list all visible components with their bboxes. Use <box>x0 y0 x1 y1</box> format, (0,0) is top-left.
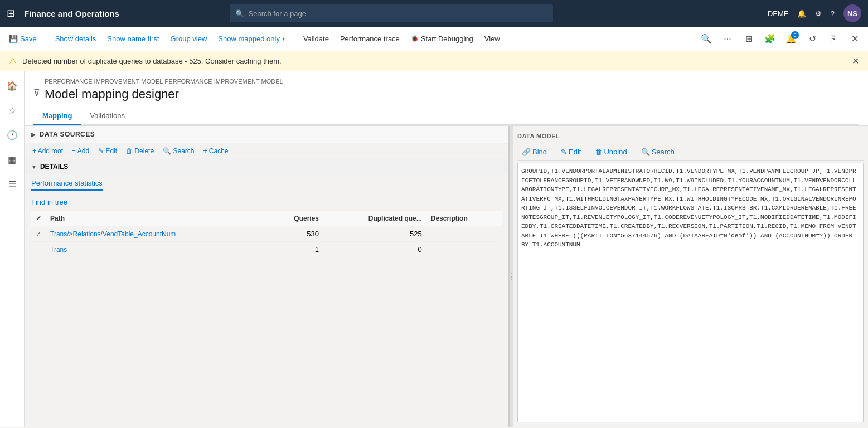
row-duplicated-1: 525 <box>323 226 426 242</box>
cache-button[interactable]: + Cache <box>200 145 231 157</box>
details-header: ▼ DETAILS <box>25 159 508 174</box>
extension-icon[interactable]: 🧩 <box>761 30 779 48</box>
close-icon[interactable]: ✕ <box>846 30 864 48</box>
group-view-button[interactable]: Group view <box>166 32 212 45</box>
search-bar[interactable]: 🔍 <box>230 4 553 22</box>
find-in-tree-link[interactable]: Find in tree <box>31 198 67 206</box>
dm-separator-1 <box>554 147 554 158</box>
performance-table: ✓ Path Queries Duplicated que... Descrip… <box>31 211 502 257</box>
sidebar-clock-icon[interactable]: 🕐 <box>2 125 22 145</box>
toolbar: 💾 Save Show details Show name first Grou… <box>0 27 868 51</box>
tab-validations[interactable]: Validations <box>81 107 134 125</box>
find-in-tree-section: Find in tree <box>25 193 508 211</box>
toolbar-right-icons: 🔍 ··· ⊞ 🧩 🔔 0 ↺ ⎘ ✕ <box>697 30 864 48</box>
notification-icon[interactable]: 🔔 <box>797 9 806 18</box>
filter-icon[interactable]: ⊽ <box>33 87 40 98</box>
open-new-icon[interactable]: ⎘ <box>825 30 842 48</box>
start-debugging-button[interactable]: 🐞 Start Debugging <box>406 32 478 45</box>
main-layout: 🏠 ☆ 🕐 ▦ ☰ ⊽ PERFORMANCE IMPROVEMENT MODE… <box>0 71 868 427</box>
show-mapped-only-button[interactable]: Show mapped only ▾ <box>214 32 289 45</box>
unbind-icon: 🗑 <box>595 148 602 156</box>
warning-text: Detected number of duplicate queries to … <box>22 57 282 65</box>
left-pane: ▶ DATA SOURCES + Add root + Add ✎ Edit <box>25 126 510 427</box>
row-path-2: Trans <box>46 242 268 257</box>
sidebar-home-icon[interactable]: 🏠 <box>2 76 22 96</box>
delete-ds-button[interactable]: 🗑 Delete <box>123 145 157 157</box>
col-description: Description <box>426 211 502 226</box>
details-collapse-icon[interactable]: ▼ <box>31 164 37 170</box>
debug-icon: 🐞 <box>411 35 419 42</box>
dm-separator-2 <box>588 147 588 158</box>
refresh-icon[interactable]: ↺ <box>803 30 821 48</box>
app-title: Finance and Operations <box>24 9 119 18</box>
warning-icon: ⚠ <box>9 56 17 66</box>
show-name-first-button[interactable]: Show name first <box>103 32 163 45</box>
col-path: Path <box>46 211 268 226</box>
sql-content-box[interactable]: GROUPID,T1.VENDORPORTALADMINISTRATORRECI… <box>517 163 864 422</box>
table-row: ✓ Trans/>Relations/VendTable_AccountNum … <box>31 226 502 242</box>
row-queries-2: 1 <box>268 242 323 257</box>
row-desc-2 <box>426 242 502 257</box>
edit-ds-button[interactable]: ✎ Edit <box>95 145 120 157</box>
grid-icon[interactable]: ⊞ <box>7 7 15 20</box>
row-path: Trans/>Relations/VendTable_AccountNum <box>46 226 268 242</box>
table-container: ✓ Path Queries Duplicated que... Descrip… <box>25 211 508 257</box>
help-icon[interactable]: ? <box>831 9 835 18</box>
badge-count: 0 <box>791 31 799 39</box>
path-link-1[interactable]: Trans/>Relations/VendTable_AccountNum <box>50 230 176 238</box>
search-input[interactable] <box>249 9 547 18</box>
search-dm-button[interactable]: 🔍 Search <box>637 146 679 158</box>
add-button[interactable]: + Add <box>69 145 93 157</box>
page-header: ⊽ PERFORMANCE IMPROVEMENT MODEL PERFORMA… <box>25 71 868 126</box>
settings-icon[interactable]: ⚙ <box>815 9 822 18</box>
sidebar-list-icon[interactable]: ☰ <box>2 174 22 194</box>
chevron-down-icon: ▾ <box>282 36 285 42</box>
show-details-button[interactable]: Show details <box>51 32 101 45</box>
data-model-toolbar: 🔗 Bind ✎ Edit 🗑 Unbind 🔍 <box>517 144 864 160</box>
data-sources-expand-icon[interactable]: ▶ <box>31 132 36 138</box>
validate-button[interactable]: Validate <box>299 32 333 45</box>
right-pane: DATA MODEL 🔗 Bind ✎ Edit 🗑 Unbind <box>513 126 868 427</box>
details-section: ▼ DETAILS Performance statistics Find in… <box>25 159 508 427</box>
path-link-2[interactable]: Trans <box>50 246 67 254</box>
save-icon: 💾 <box>9 35 18 43</box>
user-label: DEMF <box>768 9 788 18</box>
sidebar-star-icon[interactable]: ☆ <box>2 100 22 120</box>
page-title: Model mapping designer <box>45 87 283 101</box>
save-button[interactable]: 💾 Save <box>4 32 41 45</box>
performance-statistics-tab[interactable]: Performance statistics <box>31 177 103 191</box>
data-model-header: DATA MODEL <box>517 130 864 144</box>
warning-close-button[interactable]: ✕ <box>852 56 859 66</box>
bind-button[interactable]: 🔗 Bind <box>517 146 551 158</box>
edit-icon: ✎ <box>561 148 567 156</box>
grid-view-icon[interactable]: ⊞ <box>740 30 758 48</box>
warning-bar: ⚠ Detected number of duplicate queries t… <box>0 51 868 71</box>
search-toolbar-icon[interactable]: 🔍 <box>697 30 715 48</box>
search-ds-button[interactable]: 🔍 Search <box>159 145 197 157</box>
edit-dm-button[interactable]: ✎ Edit <box>556 146 585 158</box>
avatar[interactable]: NS <box>843 4 861 22</box>
split-pane: ▶ DATA SOURCES + Add root + Add ✎ Edit <box>25 126 868 427</box>
bind-icon: 🔗 <box>522 148 531 156</box>
separator-1 <box>46 32 46 46</box>
topbar: ⊞ Finance and Operations 🔍 DEMF 🔔 ⚙ ? NS <box>0 0 868 27</box>
data-sources-toolbar: + Add root + Add ✎ Edit 🗑 Delete 🔍 Searc… <box>25 143 508 159</box>
col-duplicated: Duplicated que... <box>323 211 426 226</box>
more-icon[interactable]: ··· <box>719 30 736 48</box>
dm-separator-3 <box>634 147 634 158</box>
col-check: ✓ <box>31 211 46 226</box>
details-tab-bar: Performance statistics <box>25 174 508 193</box>
content-area: ⊽ PERFORMANCE IMPROVEMENT MODEL PERFORMA… <box>25 71 868 427</box>
tab-mapping[interactable]: Mapping <box>33 107 81 125</box>
search-icon: 🔍 <box>235 9 244 18</box>
badge-icon-button[interactable]: 🔔 0 <box>782 30 800 48</box>
row-queries-1: 530 <box>268 226 323 242</box>
performance-trace-button[interactable]: Performance trace <box>336 32 404 45</box>
add-root-button[interactable]: + Add root <box>29 145 66 157</box>
left-sidebar: 🏠 ☆ 🕐 ▦ ☰ <box>0 71 25 427</box>
sidebar-grid-icon[interactable]: ▦ <box>2 149 22 169</box>
row-check-2 <box>31 242 46 257</box>
unbind-button[interactable]: 🗑 Unbind <box>590 146 631 158</box>
row-check: ✓ <box>31 226 46 242</box>
view-button[interactable]: View <box>480 32 505 45</box>
